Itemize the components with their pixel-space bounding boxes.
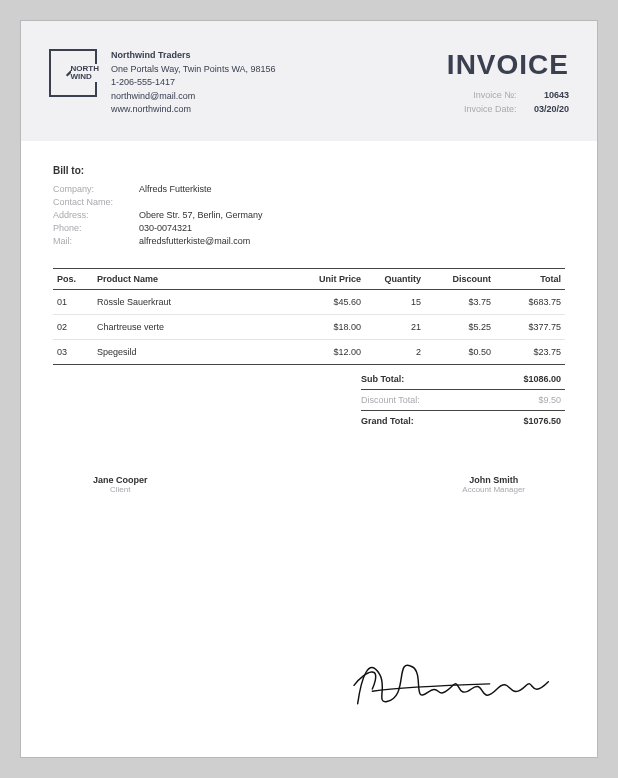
logo-text: NORTH WIND — [71, 64, 99, 82]
company-info: Northwind Traders One Portals Way, Twin … — [111, 49, 446, 117]
company-website: www.northwind.com — [111, 103, 446, 117]
invoice-no-label: Invoice №: — [446, 89, 516, 103]
cell-price: $18.00 — [295, 314, 365, 339]
grand-total-label: Grand Total: — [361, 416, 481, 426]
items-header-row: Pos. Product Name Unit Price Quantity Di… — [53, 268, 565, 289]
cell-total: $23.75 — [495, 339, 565, 364]
body: Bill to: Company: Alfreds Futterkiste Co… — [21, 141, 597, 494]
th-total: Total — [495, 268, 565, 289]
th-qty: Quantity — [365, 268, 425, 289]
cell-pos: 01 — [53, 289, 93, 314]
invoice-date-label: Invoice Date: — [446, 103, 516, 117]
cell-disc: $0.50 — [425, 339, 495, 364]
logo-box: NORTH WIND — [49, 49, 97, 97]
cell-total: $683.75 — [495, 289, 565, 314]
subtotal-label: Sub Total: — [361, 374, 481, 384]
signature-icon — [343, 633, 563, 723]
billto-phone-label: Phone: — [53, 223, 139, 233]
logo-line2: WIND — [71, 73, 99, 81]
signatures: Jane Cooper Client John Smith Account Ma… — [53, 475, 565, 494]
billto-address-label: Address: — [53, 210, 139, 220]
grand-total-value: $1076.50 — [481, 416, 561, 426]
cell-qty: 15 — [365, 289, 425, 314]
invoice-no-value: 10643 — [519, 89, 569, 103]
company-phone: 1-206-555-1417 — [111, 76, 446, 90]
invoice-block: INVOICE Invoice №: 10643 Invoice Date: 0… — [446, 49, 569, 116]
th-price: Unit Price — [295, 268, 365, 289]
billto-mail-label: Mail: — [53, 236, 139, 246]
table-row: 01 Rössle Sauerkraut $45.60 15 $3.75 $68… — [53, 289, 565, 314]
billto-contact-label: Contact Name: — [53, 197, 139, 207]
header: NORTH WIND Northwind Traders One Portals… — [21, 21, 597, 141]
cell-name: Rössle Sauerkraut — [93, 289, 295, 314]
cell-price: $45.60 — [295, 289, 365, 314]
cell-name: Spegesild — [93, 339, 295, 364]
invoice-title: INVOICE — [446, 49, 569, 81]
th-pos: Pos. — [53, 268, 93, 289]
th-name: Product Name — [93, 268, 295, 289]
totals: Sub Total: $1086.00 Discount Total: $9.5… — [53, 369, 565, 431]
billto-title: Bill to: — [53, 165, 565, 176]
invoice-meta: Invoice №: 10643 Invoice Date: 03/20/20 — [446, 89, 569, 116]
subtotal-value: $1086.00 — [481, 374, 561, 384]
cell-price: $12.00 — [295, 339, 365, 364]
discount-total-label: Discount Total: — [361, 395, 481, 405]
invoice-page: NORTH WIND Northwind Traders One Portals… — [20, 20, 598, 758]
th-disc: Discount — [425, 268, 495, 289]
company-address: One Portals Way, Twin Points WA, 98156 — [111, 63, 446, 77]
invoice-date-value: 03/20/20 — [519, 103, 569, 117]
cell-total: $377.75 — [495, 314, 565, 339]
billto-address: Obere Str. 57, Berlin, Germany — [139, 210, 565, 220]
table-row: 02 Chartreuse verte $18.00 21 $5.25 $377… — [53, 314, 565, 339]
cell-disc: $3.75 — [425, 289, 495, 314]
discount-total-value: $9.50 — [481, 395, 561, 405]
billto-grid: Company: Alfreds Futterkiste Contact Nam… — [53, 184, 565, 246]
company-name: Northwind Traders — [111, 49, 446, 63]
company-email: northwind@mail.com — [111, 90, 446, 104]
signature-left-name: Jane Cooper — [93, 475, 148, 485]
signature-right-name: John Smith — [462, 475, 525, 485]
billto-mail: alfredsfutterkiste@mail.com — [139, 236, 565, 246]
table-row: 03 Spegesild $12.00 2 $0.50 $23.75 — [53, 339, 565, 364]
billto-company: Alfreds Futterkiste — [139, 184, 565, 194]
cell-qty: 2 — [365, 339, 425, 364]
cell-qty: 21 — [365, 314, 425, 339]
items-body: 01 Rössle Sauerkraut $45.60 15 $3.75 $68… — [53, 289, 565, 364]
signature-left: Jane Cooper Client — [93, 475, 148, 494]
signature-left-role: Client — [93, 485, 148, 494]
billto-contact — [139, 197, 565, 207]
cell-disc: $5.25 — [425, 314, 495, 339]
cell-pos: 03 — [53, 339, 93, 364]
billto-company-label: Company: — [53, 184, 139, 194]
cell-pos: 02 — [53, 314, 93, 339]
signature-right: John Smith Account Manager — [462, 475, 525, 494]
billto-phone: 030-0074321 — [139, 223, 565, 233]
signature-right-role: Account Manager — [462, 485, 525, 494]
items-table: Pos. Product Name Unit Price Quantity Di… — [53, 268, 565, 365]
cell-name: Chartreuse verte — [93, 314, 295, 339]
